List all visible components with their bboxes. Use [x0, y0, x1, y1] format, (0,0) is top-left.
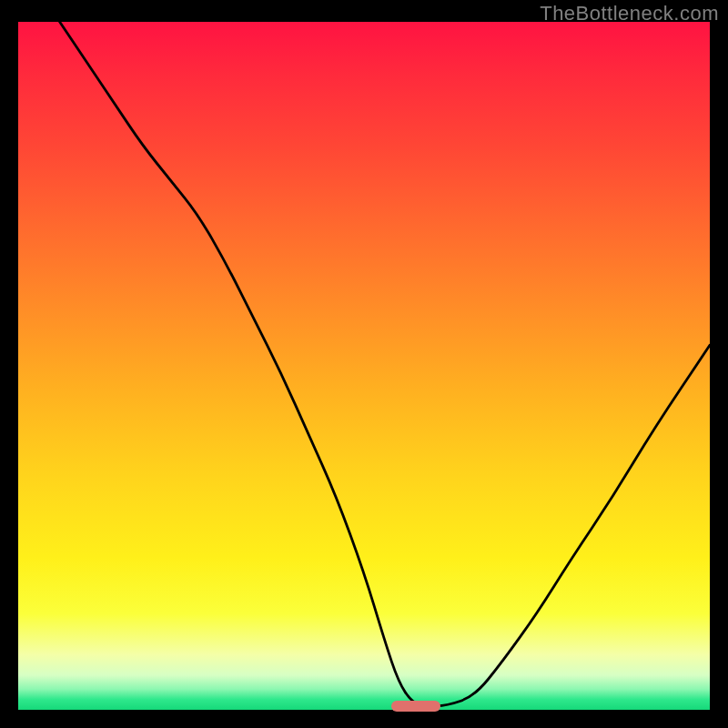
chart-container: TheBottleneck.com [0, 0, 728, 728]
watermark-text: TheBottleneck.com [540, 2, 719, 25]
optimal-zone-marker [391, 701, 440, 712]
gradient-background [18, 22, 710, 710]
plot-area [18, 22, 710, 710]
